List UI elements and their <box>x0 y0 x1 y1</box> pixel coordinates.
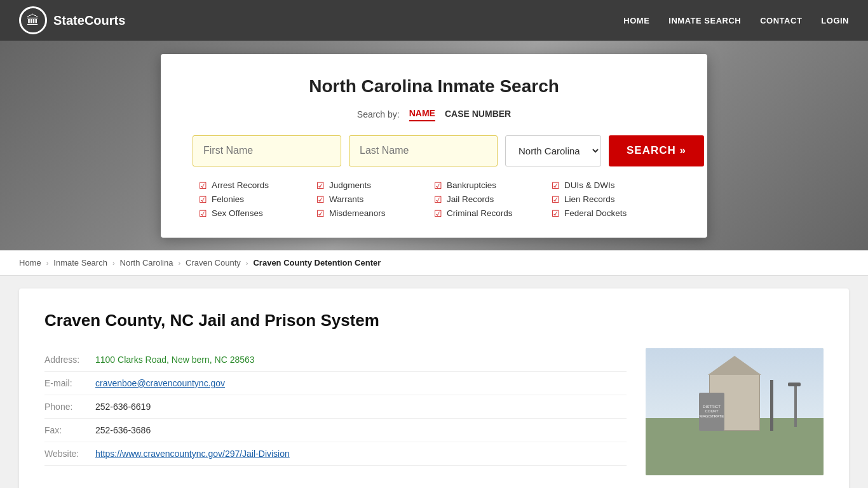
main-content: Craven County, NC Jail and Prison System… <box>19 288 849 488</box>
search-by-row: Search by: NAME CASE NUMBER <box>193 108 675 121</box>
first-name-input[interactable] <box>193 135 341 166</box>
breadcrumb-county[interactable]: Craven County <box>186 258 241 268</box>
feature-item: ☑Federal Dockets <box>552 208 669 219</box>
breadcrumb-sep-3: › <box>178 259 180 267</box>
breadcrumb-sep-1: › <box>46 259 49 267</box>
last-name-input[interactable] <box>349 135 498 166</box>
website-label: Website: <box>44 449 95 459</box>
phone-row: Phone: 252-636-6619 <box>44 395 627 419</box>
facility-title: Craven County, NC Jail and Prison System <box>44 311 824 330</box>
check-icon: ☑ <box>199 208 207 219</box>
phone-label: Phone: <box>44 402 95 412</box>
breadcrumb-inmate-search[interactable]: Inmate Search <box>53 258 107 268</box>
phone-value: 252-636-6619 <box>95 402 151 412</box>
search-inputs-row: North Carolina SEARCH » <box>193 135 675 166</box>
check-icon: ☑ <box>434 208 442 219</box>
check-icon: ☑ <box>552 194 560 205</box>
tab-case-number[interactable]: CASE NUMBER <box>445 109 511 121</box>
address-value: 1100 Clarks Road, New bern, NC 28563 <box>95 355 255 365</box>
nav-bar: HOME INMATE SEARCH CONTACT LOGIN <box>623 16 849 25</box>
check-icon: ☑ <box>434 180 442 191</box>
state-select[interactable]: North Carolina <box>505 135 601 166</box>
check-icon: ☑ <box>316 180 325 191</box>
tab-name[interactable]: NAME <box>409 108 435 121</box>
feature-item: ☑Felonies <box>199 194 316 205</box>
building-scene: DISTRICT COURTMAGISTRATE <box>646 348 824 475</box>
search-title: North Carolina Inmate Search <box>193 76 675 97</box>
nav-home[interactable]: HOME <box>623 16 649 25</box>
breadcrumb-home[interactable]: Home <box>19 258 41 268</box>
check-icon: ☑ <box>552 180 560 191</box>
breadcrumb-current: Craven County Detention Center <box>253 258 381 268</box>
sign-post: DISTRICT COURTMAGISTRATE <box>699 393 724 431</box>
feature-item: ☑Lien Records <box>552 194 669 205</box>
breadcrumb-sep-4: › <box>246 259 248 267</box>
nav-contact[interactable]: CONTACT <box>760 16 802 25</box>
feature-item: ☑DUIs & DWIs <box>552 180 669 191</box>
website-link[interactable]: https://www.cravencountync.gov/297/Jail-… <box>95 449 290 459</box>
check-icon: ☑ <box>552 208 560 219</box>
search-card: North Carolina Inmate Search Search by: … <box>161 54 707 238</box>
feature-item: ☑Jail Records <box>434 194 552 205</box>
check-icon: ☑ <box>199 194 207 205</box>
breadcrumb: Home › Inmate Search › North Carolina › … <box>0 250 868 276</box>
address-row: Address: 1100 Clarks Road, New bern, NC … <box>44 348 627 372</box>
email-link[interactable]: cravenboe@cravencountync.gov <box>95 378 225 388</box>
check-icon: ☑ <box>316 208 325 219</box>
post-pole <box>770 380 773 431</box>
fax-label: Fax: <box>44 425 95 435</box>
facility-image: DISTRICT COURTMAGISTRATE <box>646 348 824 475</box>
info-table: Address: 1100 Clarks Road, New bern, NC … <box>44 348 627 475</box>
street-light <box>794 383 797 427</box>
breadcrumb-state[interactable]: North Carolina <box>120 258 173 268</box>
nav-inmate-search[interactable]: INMATE SEARCH <box>668 16 741 25</box>
address-label: Address: <box>44 355 95 365</box>
info-section: Address: 1100 Clarks Road, New bern, NC … <box>44 348 824 475</box>
feature-item: ☑Misdemeanors <box>316 208 434 219</box>
hero-section: COURTHOUSE North Carolina Inmate Search … <box>0 41 868 250</box>
feature-item: ☑Warrants <box>316 194 434 205</box>
search-by-label: Search by: <box>357 109 400 119</box>
check-icon: ☑ <box>434 194 442 205</box>
logo-text: StateCourts <box>53 13 125 28</box>
nav-login[interactable]: LOGIN <box>821 16 849 25</box>
building-top <box>708 356 761 375</box>
feature-item: ☑Sex Offenses <box>199 208 316 219</box>
feature-item: ☑Judgments <box>316 180 434 191</box>
feature-item: ☑Arrest Records <box>199 180 316 191</box>
email-label: E-mail: <box>44 378 95 388</box>
fax-value: 252-636-3686 <box>95 425 151 435</box>
features-grid: ☑Arrest Records☑Judgments☑Bankruptcies☑D… <box>193 180 675 219</box>
site-header: 🏛 StateCourts HOME INMATE SEARCH CONTACT… <box>0 0 868 41</box>
check-icon: ☑ <box>199 180 207 191</box>
logo[interactable]: 🏛 StateCourts <box>19 6 125 34</box>
check-icon: ☑ <box>316 194 325 205</box>
website-row: Website: https://www.cravencountync.gov/… <box>44 442 627 466</box>
search-button[interactable]: SEARCH » <box>609 135 704 166</box>
email-row: E-mail: cravenboe@cravencountync.gov <box>44 372 627 395</box>
feature-item: ☑Bankruptcies <box>434 180 552 191</box>
feature-item: ☑Criminal Records <box>434 208 552 219</box>
breadcrumb-sep-2: › <box>112 259 115 267</box>
fax-row: Fax: 252-636-3686 <box>44 419 627 442</box>
logo-icon: 🏛 <box>19 6 47 34</box>
